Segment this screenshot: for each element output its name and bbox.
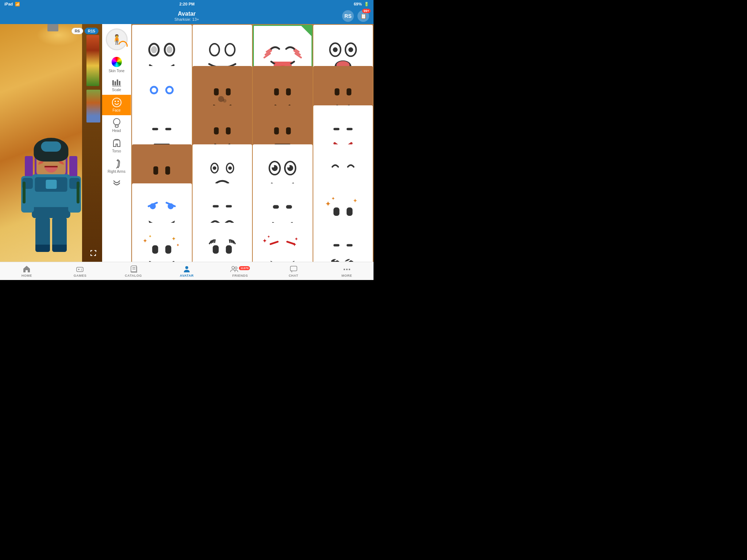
legs (35, 217, 67, 252)
home-icon (23, 265, 31, 273)
svg-line-94 (231, 239, 232, 243)
notifications-button[interactable]: 📋 99+ (357, 10, 369, 22)
face-grid: ✦ ✦ ✦ ✦ ✦ ✦ ✦ (131, 24, 374, 262)
svg-rect-106 (347, 244, 352, 247)
svg-point-69 (150, 203, 156, 209)
svg-rect-118 (344, 269, 345, 270)
svg-text:✦: ✦ (267, 234, 270, 239)
app-header: Avatar Sharksie: 13+ RS 📋 99+ (0, 8, 374, 24)
svg-point-16 (225, 44, 235, 56)
svg-rect-40 (274, 88, 279, 96)
catalog-label: CATALOG (125, 274, 142, 277)
header-title: Avatar (174, 11, 199, 17)
r15-badge[interactable]: R15 (85, 28, 98, 34)
svg-text:✦: ✦ (262, 237, 267, 244)
color-wheel-icon (112, 57, 122, 67)
svg-rect-76 (273, 205, 279, 209)
robux-button[interactable]: RS (342, 10, 354, 22)
nav-home[interactable]: HOME (0, 262, 53, 280)
more-label: MORE (341, 274, 352, 277)
svg-rect-75 (226, 205, 232, 207)
face-item-22[interactable] (193, 223, 252, 262)
svg-point-33 (152, 88, 156, 92)
friends-icon (230, 265, 238, 273)
sidebar-item-rightarms[interactable]: Right Arms (102, 156, 131, 176)
catalog-icon (129, 265, 138, 273)
svg-rect-53 (347, 128, 352, 131)
svg-point-6 (115, 101, 116, 102)
nav-catalog[interactable]: CATALOG (107, 262, 160, 280)
face-item-21[interactable]: ✦ ✦ ✦ ✦ (132, 223, 192, 262)
sidebar-item-more[interactable] (102, 176, 131, 189)
nav-chat[interactable]: CHAT (267, 262, 320, 280)
svg-rect-82 (347, 207, 352, 216)
svg-rect-81 (333, 207, 339, 216)
svg-text:✦: ✦ (176, 243, 179, 247)
nav-friends[interactable]: 11370 FRIENDS (213, 262, 267, 280)
nav-more[interactable]: MORE (320, 262, 374, 280)
head-icon (113, 118, 121, 128)
svg-rect-77 (286, 205, 292, 209)
avatar-preview: R6 R15 (0, 24, 102, 262)
r6-badge[interactable]: R6 (71, 28, 83, 34)
sidebar-item-face[interactable]: Face (102, 95, 131, 115)
svg-rect-97 (213, 245, 218, 254)
avatar-visor (41, 141, 61, 152)
torso (32, 174, 70, 218)
backpack-strap-r (77, 182, 80, 203)
mouth (44, 166, 58, 172)
svg-rect-36 (214, 88, 218, 96)
svg-point-57 (213, 166, 216, 170)
expand-button[interactable] (88, 248, 98, 258)
sidebar-item-scale[interactable]: Scale (102, 76, 131, 95)
avatar-selector-button[interactable]: 🧍 (106, 28, 128, 50)
svg-point-14 (167, 46, 173, 54)
games-icon (76, 265, 84, 273)
svg-rect-87 (152, 245, 158, 254)
skintone-label: Skin Tone (109, 69, 125, 73)
rig-toggle[interactable]: R6 R15 (71, 28, 98, 34)
svg-rect-2 (117, 79, 118, 85)
svg-point-27 (333, 47, 337, 52)
main-content: R6 R15 🧍 Skin Tone (0, 24, 374, 262)
svg-rect-49 (274, 127, 279, 135)
sidebar-item-avatar[interactable]: 🧍 (102, 26, 131, 54)
sidebar-item-skintone[interactable]: Skin Tone (102, 54, 131, 76)
nav-games[interactable]: GAMES (53, 262, 107, 280)
svg-line-92 (214, 239, 215, 243)
svg-line-91 (213, 239, 214, 243)
sidebar-item-torso[interactable]: Torso (102, 136, 131, 156)
blush-right-2 (59, 162, 65, 165)
svg-point-67 (287, 165, 290, 168)
svg-point-59 (228, 166, 232, 170)
boot-l (35, 245, 50, 252)
friends-row: 11370 (230, 265, 250, 273)
notif-badge: 99+ (362, 9, 371, 13)
svg-point-12 (151, 46, 157, 54)
tongue (44, 167, 58, 172)
face-icon (112, 98, 121, 107)
svg-rect-1 (115, 81, 116, 85)
chat-label: CHAT (289, 274, 298, 277)
svg-point-5 (112, 98, 121, 107)
status-right: 69% 🔋 (354, 2, 369, 7)
backpack-strap-l (23, 182, 26, 203)
face-label: Face (112, 108, 120, 112)
svg-point-116 (235, 267, 237, 269)
status-bar: iPad 📶 2:20 PM 69% 🔋 (0, 0, 374, 8)
boot-r (52, 245, 67, 252)
battery-label: 69% (354, 2, 362, 6)
bottom-navigation: HOME GAMES CATALOG AVATAR (0, 262, 374, 280)
svg-rect-45 (166, 128, 171, 131)
face-22-svg (198, 229, 246, 262)
face-item-23[interactable]: ✦ ✦ ✦ ✦ (253, 223, 313, 262)
sidebar-item-head[interactable]: Head (102, 115, 131, 136)
nav-avatar[interactable]: AVATAR (160, 262, 213, 280)
avatar-body (18, 138, 84, 254)
face-item-24[interactable] (313, 223, 373, 262)
svg-rect-88 (166, 245, 171, 254)
face-21-svg: ✦ ✦ ✦ ✦ (138, 229, 186, 262)
svg-rect-74 (213, 205, 218, 207)
svg-rect-120 (349, 269, 350, 270)
head-label: Head (112, 129, 121, 133)
